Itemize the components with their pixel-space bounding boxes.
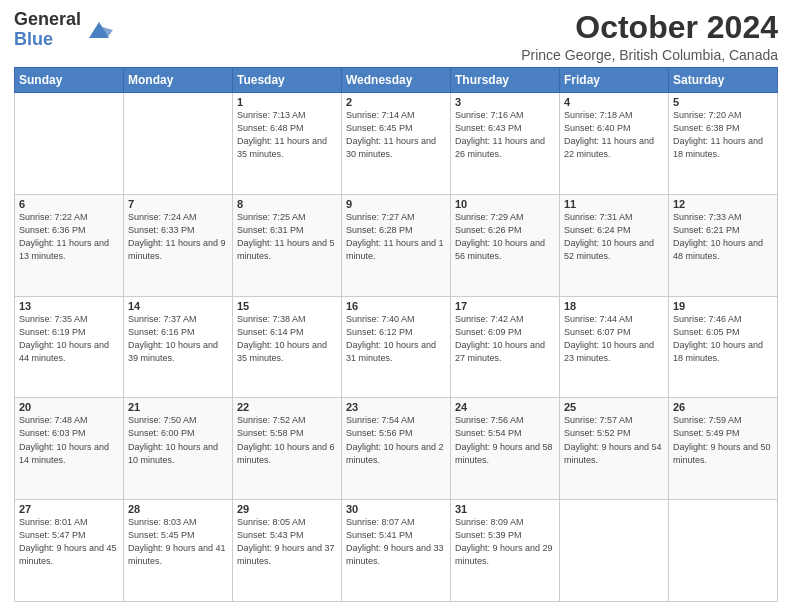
day-info: Sunrise: 7:52 AM Sunset: 5:58 PM Dayligh… xyxy=(237,414,337,466)
day-cell: 18Sunrise: 7:44 AM Sunset: 6:07 PM Dayli… xyxy=(560,296,669,398)
week-row-4: 20Sunrise: 7:48 AM Sunset: 6:03 PM Dayli… xyxy=(15,398,778,500)
day-number: 18 xyxy=(564,300,664,312)
calendar-table: SundayMondayTuesdayWednesdayThursdayFrid… xyxy=(14,67,778,602)
day-cell: 6Sunrise: 7:22 AM Sunset: 6:36 PM Daylig… xyxy=(15,194,124,296)
day-cell: 12Sunrise: 7:33 AM Sunset: 6:21 PM Dayli… xyxy=(669,194,778,296)
day-cell xyxy=(15,93,124,195)
logo-general: General xyxy=(14,10,81,30)
day-cell: 29Sunrise: 8:05 AM Sunset: 5:43 PM Dayli… xyxy=(233,500,342,602)
day-number: 16 xyxy=(346,300,446,312)
logo: General Blue xyxy=(14,10,113,50)
day-info: Sunrise: 7:42 AM Sunset: 6:09 PM Dayligh… xyxy=(455,313,555,365)
day-cell: 22Sunrise: 7:52 AM Sunset: 5:58 PM Dayli… xyxy=(233,398,342,500)
day-cell: 16Sunrise: 7:40 AM Sunset: 6:12 PM Dayli… xyxy=(342,296,451,398)
day-info: Sunrise: 7:16 AM Sunset: 6:43 PM Dayligh… xyxy=(455,109,555,161)
day-info: Sunrise: 8:03 AM Sunset: 5:45 PM Dayligh… xyxy=(128,516,228,568)
col-header-sunday: Sunday xyxy=(15,68,124,93)
day-info: Sunrise: 8:07 AM Sunset: 5:41 PM Dayligh… xyxy=(346,516,446,568)
day-cell: 14Sunrise: 7:37 AM Sunset: 6:16 PM Dayli… xyxy=(124,296,233,398)
day-number: 8 xyxy=(237,198,337,210)
day-number: 15 xyxy=(237,300,337,312)
title-area: October 2024 Prince George, British Colu… xyxy=(521,10,778,63)
day-number: 28 xyxy=(128,503,228,515)
day-info: Sunrise: 7:22 AM Sunset: 6:36 PM Dayligh… xyxy=(19,211,119,263)
day-cell xyxy=(560,500,669,602)
day-info: Sunrise: 7:50 AM Sunset: 6:00 PM Dayligh… xyxy=(128,414,228,466)
day-cell: 4Sunrise: 7:18 AM Sunset: 6:40 PM Daylig… xyxy=(560,93,669,195)
day-number: 19 xyxy=(673,300,773,312)
col-header-thursday: Thursday xyxy=(451,68,560,93)
day-cell: 31Sunrise: 8:09 AM Sunset: 5:39 PM Dayli… xyxy=(451,500,560,602)
day-number: 2 xyxy=(346,96,446,108)
day-number: 3 xyxy=(455,96,555,108)
day-info: Sunrise: 7:40 AM Sunset: 6:12 PM Dayligh… xyxy=(346,313,446,365)
day-number: 13 xyxy=(19,300,119,312)
day-number: 17 xyxy=(455,300,555,312)
calendar-header-row: SundayMondayTuesdayWednesdayThursdayFrid… xyxy=(15,68,778,93)
day-cell: 5Sunrise: 7:20 AM Sunset: 6:38 PM Daylig… xyxy=(669,93,778,195)
week-row-5: 27Sunrise: 8:01 AM Sunset: 5:47 PM Dayli… xyxy=(15,500,778,602)
day-info: Sunrise: 8:01 AM Sunset: 5:47 PM Dayligh… xyxy=(19,516,119,568)
week-row-3: 13Sunrise: 7:35 AM Sunset: 6:19 PM Dayli… xyxy=(15,296,778,398)
day-number: 22 xyxy=(237,401,337,413)
day-cell: 23Sunrise: 7:54 AM Sunset: 5:56 PM Dayli… xyxy=(342,398,451,500)
day-info: Sunrise: 7:46 AM Sunset: 6:05 PM Dayligh… xyxy=(673,313,773,365)
day-cell: 20Sunrise: 7:48 AM Sunset: 6:03 PM Dayli… xyxy=(15,398,124,500)
day-cell: 3Sunrise: 7:16 AM Sunset: 6:43 PM Daylig… xyxy=(451,93,560,195)
day-cell: 7Sunrise: 7:24 AM Sunset: 6:33 PM Daylig… xyxy=(124,194,233,296)
day-number: 4 xyxy=(564,96,664,108)
day-number: 12 xyxy=(673,198,773,210)
day-number: 14 xyxy=(128,300,228,312)
week-row-2: 6Sunrise: 7:22 AM Sunset: 6:36 PM Daylig… xyxy=(15,194,778,296)
logo-blue: Blue xyxy=(14,30,81,50)
day-number: 27 xyxy=(19,503,119,515)
day-cell: 19Sunrise: 7:46 AM Sunset: 6:05 PM Dayli… xyxy=(669,296,778,398)
day-number: 1 xyxy=(237,96,337,108)
day-info: Sunrise: 7:18 AM Sunset: 6:40 PM Dayligh… xyxy=(564,109,664,161)
day-info: Sunrise: 7:56 AM Sunset: 5:54 PM Dayligh… xyxy=(455,414,555,466)
day-cell: 11Sunrise: 7:31 AM Sunset: 6:24 PM Dayli… xyxy=(560,194,669,296)
day-cell: 2Sunrise: 7:14 AM Sunset: 6:45 PM Daylig… xyxy=(342,93,451,195)
day-cell: 17Sunrise: 7:42 AM Sunset: 6:09 PM Dayli… xyxy=(451,296,560,398)
col-header-saturday: Saturday xyxy=(669,68,778,93)
day-info: Sunrise: 7:38 AM Sunset: 6:14 PM Dayligh… xyxy=(237,313,337,365)
day-info: Sunrise: 7:24 AM Sunset: 6:33 PM Dayligh… xyxy=(128,211,228,263)
day-number: 7 xyxy=(128,198,228,210)
day-cell: 21Sunrise: 7:50 AM Sunset: 6:00 PM Dayli… xyxy=(124,398,233,500)
day-number: 25 xyxy=(564,401,664,413)
logo-icon xyxy=(85,16,113,44)
col-header-wednesday: Wednesday xyxy=(342,68,451,93)
day-number: 29 xyxy=(237,503,337,515)
day-info: Sunrise: 7:35 AM Sunset: 6:19 PM Dayligh… xyxy=(19,313,119,365)
day-cell: 27Sunrise: 8:01 AM Sunset: 5:47 PM Dayli… xyxy=(15,500,124,602)
day-cell xyxy=(669,500,778,602)
day-cell: 24Sunrise: 7:56 AM Sunset: 5:54 PM Dayli… xyxy=(451,398,560,500)
day-cell: 1Sunrise: 7:13 AM Sunset: 6:48 PM Daylig… xyxy=(233,93,342,195)
day-number: 24 xyxy=(455,401,555,413)
day-number: 9 xyxy=(346,198,446,210)
day-info: Sunrise: 7:31 AM Sunset: 6:24 PM Dayligh… xyxy=(564,211,664,263)
calendar-body: 1Sunrise: 7:13 AM Sunset: 6:48 PM Daylig… xyxy=(15,93,778,602)
col-header-tuesday: Tuesday xyxy=(233,68,342,93)
logo-text: General Blue xyxy=(14,10,81,50)
day-number: 31 xyxy=(455,503,555,515)
day-info: Sunrise: 7:20 AM Sunset: 6:38 PM Dayligh… xyxy=(673,109,773,161)
day-number: 10 xyxy=(455,198,555,210)
day-info: Sunrise: 7:57 AM Sunset: 5:52 PM Dayligh… xyxy=(564,414,664,466)
day-number: 26 xyxy=(673,401,773,413)
day-cell: 13Sunrise: 7:35 AM Sunset: 6:19 PM Dayli… xyxy=(15,296,124,398)
day-info: Sunrise: 7:29 AM Sunset: 6:26 PM Dayligh… xyxy=(455,211,555,263)
day-cell xyxy=(124,93,233,195)
day-info: Sunrise: 7:48 AM Sunset: 6:03 PM Dayligh… xyxy=(19,414,119,466)
header: General Blue October 2024 Prince George,… xyxy=(14,10,778,63)
day-number: 20 xyxy=(19,401,119,413)
month-title: October 2024 xyxy=(521,10,778,45)
week-row-1: 1Sunrise: 7:13 AM Sunset: 6:48 PM Daylig… xyxy=(15,93,778,195)
day-info: Sunrise: 7:27 AM Sunset: 6:28 PM Dayligh… xyxy=(346,211,446,263)
day-info: Sunrise: 8:05 AM Sunset: 5:43 PM Dayligh… xyxy=(237,516,337,568)
day-info: Sunrise: 7:59 AM Sunset: 5:49 PM Dayligh… xyxy=(673,414,773,466)
location: Prince George, British Columbia, Canada xyxy=(521,47,778,63)
day-cell: 30Sunrise: 8:07 AM Sunset: 5:41 PM Dayli… xyxy=(342,500,451,602)
day-cell: 8Sunrise: 7:25 AM Sunset: 6:31 PM Daylig… xyxy=(233,194,342,296)
col-header-monday: Monday xyxy=(124,68,233,93)
